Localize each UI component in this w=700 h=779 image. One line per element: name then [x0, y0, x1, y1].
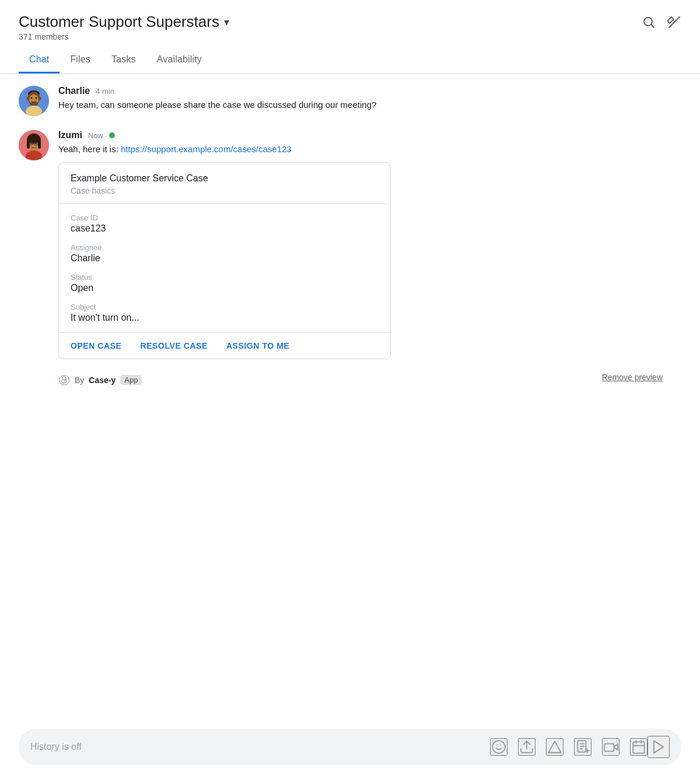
svg-point-24	[36, 143, 37, 144]
izumi-message-content: Izumi Now Yeah, here it is: https://supp…	[58, 130, 391, 359]
case-field-assignee-value: Charlie	[71, 253, 379, 264]
open-case-button[interactable]: OPEN CASE	[71, 341, 122, 350]
header-left: Customer Support Superstars ▾ 371 member…	[19, 13, 229, 41]
case-field-subject-label: Subject	[71, 303, 379, 311]
message-charlie: Charlie 4 min Hey team, can someone plea…	[19, 86, 681, 116]
upload-button[interactable]	[518, 738, 536, 756]
charlie-time: 4 min	[96, 87, 114, 96]
charlie-name: Charlie	[58, 86, 90, 96]
svg-rect-26	[38, 138, 41, 149]
case-card: Example Customer Service Case Case basic…	[58, 162, 391, 359]
svg-point-32	[492, 741, 505, 753]
app-name: Case-y	[89, 376, 116, 385]
svg-point-7	[38, 97, 41, 100]
case-link[interactable]: https://support.example.com/cases/case12…	[121, 144, 292, 154]
online-indicator	[109, 132, 115, 138]
emoji-button[interactable]	[490, 738, 508, 756]
charlie-avatar-svg	[19, 86, 49, 116]
svg-point-31	[65, 379, 66, 380]
case-card-body: Case ID case123 Assignee Charlie Status …	[59, 204, 390, 333]
svg-point-9	[31, 97, 33, 99]
toolbar-icons	[490, 738, 648, 756]
izumi-avatar-svg	[19, 130, 49, 160]
izumi-message-header: Izumi Now	[58, 130, 391, 141]
svg-point-10	[36, 97, 37, 99]
drive-button[interactable]	[546, 738, 564, 756]
new-doc-icon	[575, 739, 590, 755]
emoji-icon	[491, 739, 506, 755]
header-title-row: Customer Support Superstars ▾	[19, 13, 229, 31]
svg-point-0	[644, 17, 652, 26]
tab-availability[interactable]: Availability	[146, 46, 212, 73]
tab-chat[interactable]: Chat	[19, 46, 60, 73]
by-line: By Case-y App	[58, 374, 602, 386]
header: Customer Support Superstars ▾ 371 member…	[0, 0, 700, 41]
assign-to-me-button[interactable]: ASSIGN TO ME	[226, 341, 289, 350]
tab-tasks[interactable]: Tasks	[101, 46, 146, 73]
video-icon	[603, 739, 618, 755]
case-card-subtitle: Case basics	[71, 186, 379, 195]
case-field-assignee: Assignee Charlie	[71, 243, 379, 264]
avatar-charlie	[19, 86, 49, 116]
new-doc-button[interactable]	[574, 738, 592, 756]
case-field-id-label: Case ID	[71, 213, 379, 222]
by-line-row: By Case-y App Remove preview	[58, 369, 681, 386]
avatar-izumi	[19, 130, 49, 160]
svg-rect-25	[27, 138, 30, 149]
case-field-status-label: Status	[71, 273, 379, 282]
case-field-subject-value: It won't turn on...	[71, 313, 379, 323]
member-count: 371 members	[19, 32, 229, 41]
case-card-title: Example Customer Service Case	[71, 173, 379, 184]
svg-rect-45	[633, 742, 645, 753]
dropdown-icon[interactable]: ▾	[224, 16, 229, 29]
chat-area: Charlie 4 min Hey team, can someone plea…	[0, 74, 700, 386]
resolve-case-button[interactable]: RESOLVE CASE	[141, 341, 208, 350]
case-card-header: Example Customer Service Case Case basic…	[59, 163, 390, 204]
izumi-name: Izumi	[58, 130, 82, 141]
izumi-time: Now	[88, 131, 103, 140]
case-field-id: Case ID case123	[71, 213, 379, 234]
charlie-text: Hey team, can someone please share the c…	[58, 99, 376, 112]
search-icon	[642, 15, 656, 29]
tabs: Chat Files Tasks Availability	[0, 46, 700, 74]
tab-files[interactable]: Files	[60, 46, 101, 73]
send-icon	[650, 739, 667, 755]
case-field-id-value: case123	[71, 223, 379, 234]
pin-button[interactable]	[667, 15, 681, 29]
svg-point-30	[62, 379, 64, 380]
case-field-status: Status Open	[71, 273, 379, 293]
pin-icon	[667, 15, 681, 29]
svg-point-6	[27, 97, 30, 100]
by-prefix: By	[75, 376, 84, 385]
calendar-icon	[631, 739, 646, 755]
drive-icon	[547, 739, 562, 755]
message-izumi: Izumi Now Yeah, here it is: https://supp…	[19, 130, 681, 359]
bottom-bar: History is off	[19, 729, 681, 765]
app-badge: App	[120, 375, 142, 385]
svg-point-11	[30, 101, 38, 106]
remove-preview-button[interactable]: Remove preview	[602, 373, 663, 382]
upload-icon	[519, 739, 534, 755]
channel-name: Customer Support Superstars	[19, 13, 219, 31]
calendar-button[interactable]	[630, 738, 648, 756]
case-card-actions: OPEN CASE RESOLVE CASE ASSIGN TO ME	[59, 333, 390, 359]
svg-point-23	[30, 143, 32, 144]
svg-marker-49	[654, 741, 663, 753]
case-field-subject: Subject It won't turn on...	[71, 303, 379, 323]
case-field-status-value: Open	[71, 283, 379, 293]
send-button[interactable]	[648, 736, 670, 758]
video-button[interactable]	[602, 738, 620, 756]
search-button[interactable]	[642, 15, 656, 29]
header-icons	[642, 13, 681, 29]
history-status: History is off	[30, 742, 490, 752]
svg-line-1	[652, 25, 654, 27]
svg-rect-43	[604, 744, 614, 752]
charlie-message-content: Charlie 4 min Hey team, can someone plea…	[58, 86, 376, 116]
charlie-message-header: Charlie 4 min	[58, 86, 376, 96]
izumi-text: Yeah, here it is: https://support.exampl…	[58, 143, 391, 156]
case-field-assignee-label: Assignee	[71, 243, 379, 252]
casey-icon	[58, 374, 70, 386]
